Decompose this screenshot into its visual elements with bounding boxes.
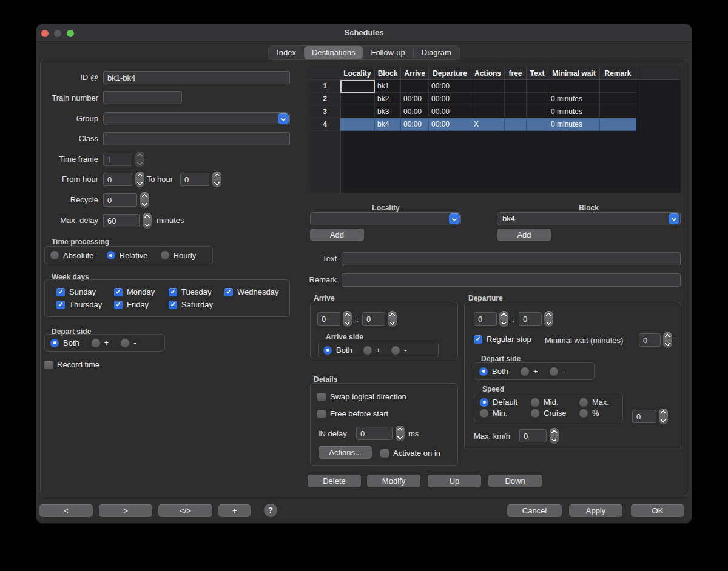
table-cell[interactable]: 1 bbox=[310, 80, 340, 93]
departure-hour-stepper[interactable] bbox=[499, 311, 508, 327]
table-cell[interactable]: 00:00 bbox=[401, 118, 429, 131]
table-cell[interactable]: 4 bbox=[310, 118, 340, 131]
minimize-window-icon[interactable] bbox=[54, 30, 61, 37]
arrive-minute-stepper[interactable] bbox=[388, 311, 397, 327]
tab-index[interactable]: Index bbox=[269, 46, 304, 59]
radio-[interactable]: - bbox=[121, 338, 136, 347]
chevron-down-icon[interactable] bbox=[669, 213, 679, 224]
table-cell[interactable]: bk2 bbox=[375, 93, 401, 105]
in-delay-input[interactable]: 0 bbox=[356, 427, 393, 440]
ok-button[interactable]: OK bbox=[631, 504, 684, 517]
code-button[interactable]: </> bbox=[158, 504, 212, 517]
in-delay-stepper[interactable] bbox=[396, 426, 405, 441]
arrive-minute-input[interactable]: 0 bbox=[362, 312, 385, 326]
table-cell[interactable] bbox=[548, 80, 600, 93]
checkbox-icon[interactable] bbox=[317, 393, 326, 401]
table-cell[interactable]: bk1 bbox=[375, 80, 401, 93]
table-cell[interactable] bbox=[527, 80, 548, 93]
table-cell[interactable] bbox=[600, 105, 636, 118]
radio-cruise[interactable]: Cruise bbox=[531, 409, 579, 418]
speed-value-stepper[interactable] bbox=[659, 409, 668, 424]
tab-destinations[interactable]: Destinations bbox=[304, 46, 363, 59]
max-kmh-stepper[interactable] bbox=[550, 428, 559, 444]
table-cell[interactable]: bk3 bbox=[375, 105, 401, 118]
cancel-button[interactable]: Cancel bbox=[507, 504, 562, 517]
id-input[interactable]: bk1-bk4 bbox=[103, 71, 290, 84]
table-row[interactable]: 3bk300:0000:000 minutes bbox=[310, 105, 636, 118]
arrive-hour-stepper[interactable] bbox=[343, 311, 352, 327]
add-block-button[interactable]: Add bbox=[497, 229, 551, 241]
chevron-down-icon[interactable] bbox=[278, 113, 289, 124]
table-cell[interactable] bbox=[527, 105, 548, 118]
next-button[interactable]: > bbox=[99, 504, 152, 517]
table-cell[interactable] bbox=[505, 80, 527, 93]
close-window-icon[interactable] bbox=[41, 30, 49, 37]
tab-diagram[interactable]: Diagram bbox=[414, 46, 459, 59]
checkbox-sunday[interactable]: Sunday bbox=[56, 287, 114, 296]
actions-button[interactable]: Actions... bbox=[318, 446, 372, 459]
table-cell[interactable] bbox=[401, 80, 429, 93]
table-cell[interactable]: X bbox=[471, 118, 505, 131]
table-cell[interactable] bbox=[471, 105, 505, 118]
radio-both[interactable]: Both bbox=[50, 338, 79, 347]
radio-[interactable]: - bbox=[550, 367, 565, 376]
free-before-start-checkbox[interactable]: Free before start bbox=[317, 409, 388, 418]
table-cell[interactable] bbox=[505, 105, 527, 118]
table-cell[interactable] bbox=[340, 93, 375, 105]
table-cell[interactable]: 00:00 bbox=[429, 105, 471, 118]
to-hour-input[interactable]: 0 bbox=[180, 173, 209, 186]
radio-max[interactable]: Max. bbox=[579, 398, 622, 407]
class-input[interactable] bbox=[103, 132, 290, 145]
table-cell[interactable]: 00:00 bbox=[401, 93, 429, 105]
radio-[interactable]: % bbox=[579, 409, 622, 418]
to-hour-stepper[interactable] bbox=[212, 172, 221, 187]
radio-absolute[interactable]: Absolute bbox=[50, 251, 94, 260]
regular-stop-checkbox[interactable]: Regular stop bbox=[474, 335, 531, 344]
radio-relative[interactable]: Relative bbox=[107, 251, 148, 260]
radio-[interactable]: - bbox=[391, 346, 406, 355]
modify-button[interactable]: Modify bbox=[367, 475, 420, 487]
table-cell[interactable] bbox=[340, 118, 375, 131]
swap-logical-direction-checkbox[interactable]: Swap logical direction bbox=[317, 392, 406, 401]
titlebar[interactable]: Schedules bbox=[36, 24, 692, 42]
max-kmh-input[interactable]: 0 bbox=[519, 429, 547, 442]
recycle-stepper[interactable] bbox=[140, 192, 149, 208]
delete-button[interactable]: Delete bbox=[308, 475, 361, 487]
table-row[interactable]: 2bk200:0000:000 minutes bbox=[310, 93, 636, 105]
checkbox-icon[interactable] bbox=[474, 335, 482, 344]
arrive-hour-input[interactable]: 0 bbox=[317, 312, 340, 326]
table-cell[interactable]: 0 minutes bbox=[548, 105, 600, 118]
destinations-table[interactable]: LocalityBlockArriveDepartureActionsfreeT… bbox=[310, 67, 681, 193]
group-combobox[interactable] bbox=[103, 112, 290, 125]
chevron-down-icon[interactable] bbox=[449, 213, 460, 224]
radio-[interactable]: + bbox=[92, 338, 109, 347]
table-cell[interactable] bbox=[340, 105, 375, 118]
table-cell[interactable] bbox=[600, 80, 636, 93]
checkbox-friday[interactable]: Friday bbox=[114, 300, 169, 309]
checkbox-icon[interactable] bbox=[44, 361, 53, 369]
departure-minute-stepper[interactable] bbox=[544, 311, 553, 327]
table-cell[interactable] bbox=[471, 93, 505, 105]
table-cell[interactable]: 00:00 bbox=[429, 80, 471, 93]
add-new-button[interactable]: + bbox=[218, 504, 251, 517]
minimal-wait-input[interactable]: 0 bbox=[639, 333, 661, 347]
help-button[interactable]: ? bbox=[264, 504, 277, 517]
table-cell[interactable] bbox=[505, 118, 527, 131]
zoom-window-icon[interactable] bbox=[67, 30, 74, 37]
table-row[interactable]: 1bk100:00 bbox=[310, 80, 636, 93]
table-cell[interactable] bbox=[600, 118, 636, 131]
table-cell[interactable] bbox=[471, 80, 505, 93]
text-input[interactable] bbox=[342, 252, 681, 265]
max-delay-input[interactable]: 60 bbox=[103, 214, 140, 227]
checkbox-icon[interactable] bbox=[380, 449, 389, 458]
table-cell[interactable] bbox=[527, 93, 548, 105]
table-cell[interactable]: 0 minutes bbox=[548, 118, 600, 131]
radio-both[interactable]: Both bbox=[479, 367, 508, 376]
table-row[interactable]: 4bk400:0000:00X0 minutes bbox=[310, 118, 636, 131]
prev-button[interactable]: < bbox=[39, 504, 93, 517]
max-delay-stepper[interactable] bbox=[143, 213, 152, 229]
activate-on-in-checkbox[interactable]: Activate on in bbox=[380, 449, 440, 458]
checkbox-thursday[interactable]: Thursday bbox=[56, 300, 114, 309]
table-cell[interactable] bbox=[527, 118, 548, 131]
radio-hourly[interactable]: Hourly bbox=[161, 251, 197, 260]
